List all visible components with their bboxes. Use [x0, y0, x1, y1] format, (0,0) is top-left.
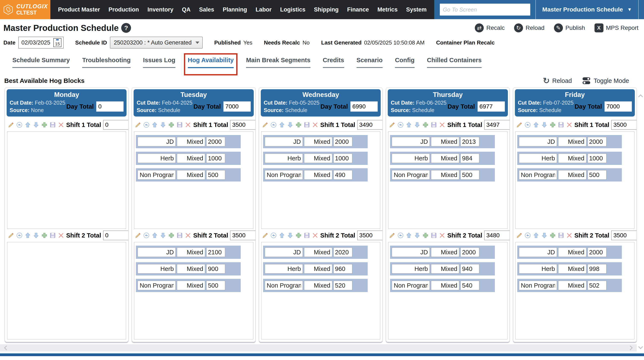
add-icon[interactable] [295, 122, 302, 128]
tab-main-break-segments[interactable]: Main Break Segments [246, 57, 310, 73]
tab-issues-log[interactable]: Issues Log [143, 57, 176, 73]
edit-pencil-icon[interactable] [516, 232, 522, 239]
tab-credits[interactable]: Credits [323, 57, 344, 73]
program-input[interactable] [138, 170, 176, 180]
type-input[interactable] [558, 264, 586, 274]
quantity-input[interactable] [334, 264, 352, 274]
program-input[interactable] [392, 154, 430, 163]
delete-x-icon[interactable] [312, 122, 318, 128]
program-input[interactable] [138, 281, 176, 290]
add-icon[interactable] [41, 232, 48, 239]
type-input[interactable] [304, 247, 332, 257]
nav-item-production[interactable]: Production [108, 6, 139, 13]
move-up-icon[interactable] [406, 232, 412, 239]
delete-x-icon[interactable] [312, 232, 318, 239]
type-input[interactable] [431, 170, 459, 180]
type-input[interactable] [177, 264, 205, 274]
nav-item-inventory[interactable]: Inventory [148, 6, 174, 13]
day-total-input[interactable] [96, 101, 124, 112]
program-input[interactable] [265, 264, 303, 274]
type-input[interactable] [558, 281, 586, 290]
calendar-icon[interactable]: 15 [53, 38, 62, 47]
tab-config[interactable]: Config [395, 57, 414, 73]
delete-x-icon[interactable] [185, 232, 191, 239]
type-input[interactable] [431, 137, 459, 146]
shift-total-input[interactable] [611, 120, 637, 130]
add-icon[interactable] [295, 232, 302, 239]
quantity-input[interactable] [334, 154, 352, 163]
edit-pencil-icon[interactable] [8, 122, 14, 128]
scroll-right-icon[interactable] [628, 346, 633, 351]
type-input[interactable] [177, 137, 205, 146]
nav-item-product-master[interactable]: Product Master [58, 6, 100, 13]
edit-pencil-icon[interactable] [8, 232, 14, 239]
tab-hog-availability[interactable]: Hog Availability [188, 57, 234, 73]
goto-screen-input[interactable] [440, 4, 530, 15]
add-icon[interactable] [422, 232, 429, 239]
program-input[interactable] [265, 137, 303, 146]
move-up-icon[interactable] [406, 122, 412, 128]
edit-pencil-icon[interactable] [262, 122, 268, 128]
save-icon[interactable] [50, 232, 56, 239]
program-input[interactable] [519, 247, 557, 257]
quantity-input[interactable] [334, 281, 352, 290]
tab-troubleshooting[interactable]: Troubleshooting [82, 57, 130, 73]
edit-pencil-icon[interactable] [389, 232, 396, 239]
type-input[interactable] [177, 247, 205, 257]
delete-x-icon[interactable] [58, 232, 64, 239]
save-icon[interactable] [50, 122, 56, 128]
nav-item-labor[interactable]: Labor [256, 6, 272, 13]
type-input[interactable] [558, 170, 586, 180]
quantity-input[interactable] [206, 154, 225, 163]
edit-pencil-icon[interactable] [135, 232, 141, 239]
toggle-mode-button[interactable]: Toggle Mode [582, 77, 629, 85]
move-up-icon[interactable] [533, 232, 539, 239]
program-input[interactable] [392, 170, 430, 180]
program-input[interactable] [265, 170, 303, 180]
nav-item-system[interactable]: System [406, 6, 426, 13]
day-total-input[interactable] [478, 101, 505, 112]
save-icon[interactable] [176, 122, 183, 128]
program-input[interactable] [265, 247, 303, 257]
edit-pencil-icon[interactable] [389, 122, 396, 128]
nav-item-sales[interactable]: Sales [199, 6, 214, 13]
program-input[interactable] [265, 281, 303, 290]
type-input[interactable] [558, 247, 586, 257]
move-down-icon[interactable] [541, 232, 548, 239]
move-down-icon[interactable] [287, 232, 294, 239]
quantity-input[interactable] [588, 137, 606, 146]
quantity-input[interactable] [588, 170, 606, 180]
day-total-input[interactable] [350, 101, 378, 112]
quantity-input[interactable] [206, 137, 225, 146]
move-up-icon[interactable] [24, 122, 31, 128]
scroll-up-icon[interactable] [638, 94, 643, 99]
tab-scenario[interactable]: Scenario [356, 57, 383, 73]
day-total-input[interactable] [604, 101, 632, 112]
save-icon[interactable] [430, 122, 437, 128]
quantity-input[interactable] [334, 137, 352, 146]
move-up-icon[interactable] [152, 122, 158, 128]
help-icon[interactable]: ? [121, 23, 131, 33]
scroll-left-icon[interactable] [4, 346, 9, 351]
delete-x-icon[interactable] [566, 232, 572, 239]
quantity-input[interactable] [460, 247, 479, 257]
program-input[interactable] [392, 247, 430, 257]
edit-pencil-icon[interactable] [262, 232, 268, 239]
undo-icon[interactable] [397, 232, 404, 239]
brand-block[interactable]: CUTLOGIX CLTEST [0, 0, 50, 19]
save-icon[interactable] [430, 232, 437, 239]
edit-pencil-icon[interactable] [516, 122, 522, 128]
program-input[interactable] [138, 264, 176, 274]
program-input[interactable] [392, 281, 430, 290]
move-up-icon[interactable] [533, 122, 539, 128]
screen-selector-dropdown[interactable]: Master Production Schedule ▼ [536, 6, 638, 13]
day-total-input[interactable] [224, 101, 251, 112]
delete-x-icon[interactable] [439, 122, 445, 128]
move-down-icon[interactable] [414, 232, 420, 239]
nav-item-logistics[interactable]: Logistics [280, 6, 306, 13]
quantity-input[interactable] [460, 281, 479, 290]
move-down-icon[interactable] [287, 122, 294, 128]
mps-report-button[interactable]: XMPS Report [594, 23, 639, 32]
save-icon[interactable] [558, 232, 564, 239]
undo-icon[interactable] [524, 122, 531, 128]
